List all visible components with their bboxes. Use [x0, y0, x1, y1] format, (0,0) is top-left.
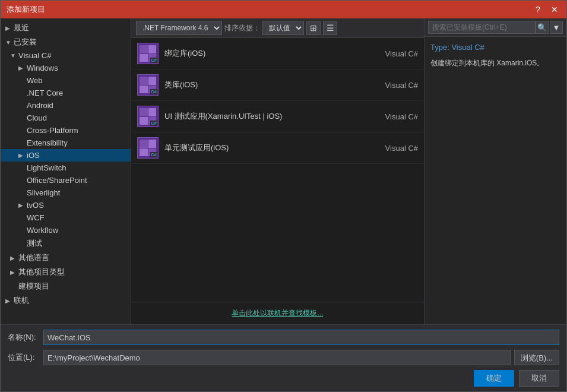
toolbar: .NET Framework 4.6 排序依据： 默认值 ⊞ ☰ [131, 18, 424, 38]
tree-item-label: Office/SharePoint [27, 176, 87, 185]
tree-arrow-icon: ▼ [5, 39, 14, 46]
tree-item-workflow[interactable]: Workflow [1, 224, 131, 236]
tree-item-lightswitch[interactable]: LightSwitch [1, 162, 131, 174]
item-icon: C# [137, 43, 159, 64]
tree-item-windows[interactable]: ▶Windows [1, 62, 131, 74]
tree-item-label: 建模项目 [18, 281, 49, 292]
search-button[interactable]: 🔍 [536, 21, 549, 34]
add-new-item-dialog: 添加新项目 ? ✕ ▶最近▼已安装▼Visual C#▶WindowsWeb.N… [0, 0, 567, 392]
item-icon: C# [137, 106, 159, 127]
name-input[interactable] [43, 330, 559, 345]
sort-label: 排序依据： [224, 23, 260, 33]
tree-item-installed[interactable]: ▼已安装 [1, 35, 131, 49]
main-content: ▶最近▼已安装▼Visual C#▶WindowsWeb.NET CoreAnd… [1, 18, 566, 324]
tree-item-wcf[interactable]: WCF [1, 211, 131, 224]
tree-item-label: Visual C# [18, 51, 51, 60]
list-item[interactable]: C# 绑定库(iOS)Visual C# [131, 38, 424, 69]
tree-item-label: Silverlight [27, 188, 60, 197]
location-input[interactable] [43, 350, 511, 365]
sort-select[interactable]: 默认值 [262, 21, 304, 35]
action-row: 确定 取消 [8, 370, 559, 387]
item-icon: C# [137, 74, 159, 96]
tree-item-label: Workflow [27, 226, 58, 235]
item-name: 类库(iOS) [164, 80, 370, 90]
tree-item-recent[interactable]: ▶最近 [1, 21, 131, 35]
tree-item-label: LightSwitch [27, 163, 66, 172]
tree-item-label: .NET Core [27, 88, 63, 97]
search-input[interactable] [428, 21, 536, 34]
dialog-title: 添加新项目 [7, 4, 45, 15]
online-templates-link[interactable]: 单击此处以联机并查找模板... [232, 309, 323, 317]
center-panel: .NET Framework 4.6 排序依据： 默认值 ⊞ ☰ C# 绑定库(… [131, 18, 424, 324]
icon-box: C# [137, 106, 159, 127]
tree-item-label: tvOS [27, 201, 44, 210]
tree-arrow-icon: ▶ [18, 65, 27, 71]
name-label: 名称(N): [8, 332, 43, 343]
tree-item-label: Android [27, 101, 53, 110]
list-item[interactable]: C# 类库(iOS)Visual C# [131, 69, 424, 101]
tree-item-tvos[interactable]: ▶tvOS [1, 199, 131, 211]
tree-item-other-proj[interactable]: ▶其他项目类型 [1, 265, 131, 279]
tree-item-label: Windows [27, 64, 58, 72]
tree-item-android[interactable]: Android [1, 99, 131, 112]
type-info: Type: Visual C# [430, 43, 560, 52]
tree-item-label: 其他语言 [18, 252, 49, 263]
tree-item-net-core[interactable]: .NET Core [1, 87, 131, 99]
tree-arrow-icon: ▶ [18, 202, 27, 208]
tree-arrow-icon: ▶ [5, 298, 14, 304]
tree-item-label: 测试 [27, 238, 42, 249]
tree-item-web[interactable]: Web [1, 74, 131, 87]
tree-arrow-icon: ▶ [18, 152, 27, 159]
left-panel-tree: ▶最近▼已安装▼Visual C#▶WindowsWeb.NET CoreAnd… [1, 18, 131, 324]
tree-item-office-sharepoint[interactable]: Office/SharePoint [1, 174, 131, 186]
tree-item-cloud[interactable]: Cloud [1, 112, 131, 124]
title-bar: 添加新项目 ? ✕ [1, 1, 566, 18]
item-icon: C# [137, 137, 159, 159]
tree-item-label: Extensibility [27, 138, 68, 147]
ok-button[interactable]: 确定 [474, 370, 514, 387]
list-view-button[interactable]: ☰ [323, 21, 337, 35]
search-options-button[interactable]: ▼ [550, 21, 563, 34]
tree-item-label: WCF [27, 213, 45, 222]
list-item[interactable]: C# 单元测试应用(iOS)Visual C# [131, 132, 424, 164]
tree-item-build-proj[interactable]: 建模项目 [1, 279, 131, 293]
tree-item-label: Cloud [27, 113, 47, 122]
icon-box: C# [137, 43, 159, 64]
location-row: 位置(L): 浏览(B)... [8, 350, 559, 365]
close-button[interactable]: ✕ [549, 5, 560, 14]
tree-arrow-icon: ▶ [5, 25, 14, 31]
icon-box: C# [137, 74, 159, 96]
list-item[interactable]: C# UI 测试应用(Xamarin.UITest | iOS)Visual C… [131, 101, 424, 132]
tree-arrow-icon: ▶ [10, 255, 18, 261]
tree-arrow-icon: ▼ [10, 52, 18, 59]
cancel-button[interactable]: 取消 [519, 370, 559, 387]
tree-item-label: iOS [27, 151, 40, 160]
title-bar-buttons: ? ✕ [532, 5, 560, 14]
tree-item-label: 最近 [14, 23, 29, 33]
tree-item-cross-platform[interactable]: Cross-Platform [1, 124, 131, 137]
grid-view-button[interactable]: ⊞ [306, 21, 321, 35]
tree-item-label: 已安装 [14, 37, 37, 48]
tree-item-label: Cross-Platform [27, 126, 78, 135]
item-type: Visual C# [370, 49, 418, 58]
type-value: Visual C# [451, 43, 484, 52]
tree-item-visual-cs[interactable]: ▼Visual C# [1, 49, 131, 62]
bottom-panel: 名称(N): 位置(L): 浏览(B)... 确定 取消 [1, 324, 566, 391]
tree-item-online[interactable]: ▶联机 [1, 293, 131, 308]
tree-item-silverlight[interactable]: Silverlight [1, 186, 131, 199]
browse-button[interactable]: 浏览(B)... [514, 350, 559, 365]
tree-item-label: 其他项目类型 [18, 267, 65, 277]
framework-select[interactable]: .NET Framework 4.6 [136, 21, 222, 35]
tree-item-label: 联机 [14, 295, 29, 306]
tree-item-label: Web [27, 76, 43, 85]
item-type: Visual C# [370, 112, 418, 121]
help-button[interactable]: ? [532, 5, 544, 14]
tree-item-other-lang[interactable]: ▶其他语言 [1, 251, 131, 265]
tree-item-extensibility[interactable]: Extensibility [1, 137, 131, 149]
location-label: 位置(L): [8, 352, 43, 363]
search-bar: 🔍 ▼ [425, 18, 566, 37]
tree-item-ios[interactable]: ▶iOS [1, 149, 131, 162]
tree-item-test[interactable]: 测试 [1, 236, 131, 251]
tree-arrow-icon: ▶ [10, 269, 18, 276]
item-type: Visual C# [370, 81, 418, 90]
